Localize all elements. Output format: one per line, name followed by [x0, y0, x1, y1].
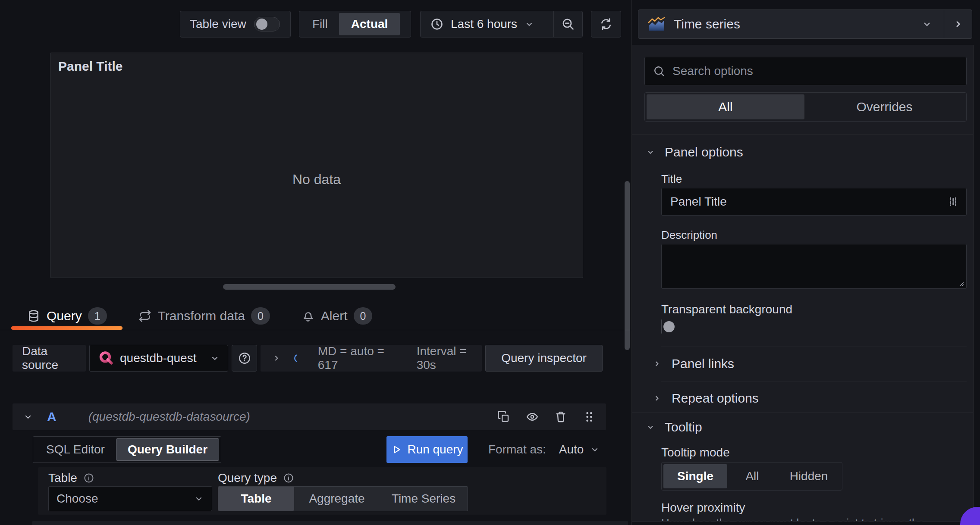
datasource-label: Data source [22, 344, 86, 372]
format-as-control: Format as: Auto [488, 436, 600, 463]
query-type-aggregate[interactable]: Aggregate [294, 487, 380, 511]
tab-transform-badge: 0 [251, 307, 270, 325]
bell-icon [301, 309, 315, 323]
format-as-select[interactable]: Auto [559, 443, 600, 456]
fill-option[interactable]: Fill [301, 13, 339, 35]
play-icon [391, 444, 402, 455]
panel-preview[interactable]: Panel Title No data [50, 53, 583, 278]
actual-option[interactable]: Actual [339, 13, 400, 35]
options-sidebar: Time series All Overrides [631, 0, 980, 525]
panel-links-header[interactable]: Panel links [653, 352, 734, 376]
datasource-picker[interactable]: questdb-quest [89, 345, 228, 372]
query-ref-id: A [47, 409, 57, 424]
datasource-label-chip: Data source [13, 345, 86, 372]
tab-all-label: All [718, 100, 732, 114]
chevron-down-icon [921, 19, 933, 30]
panel-title-input[interactable] [669, 188, 946, 216]
query-inspector-button[interactable]: Query inspector [485, 345, 603, 372]
query-builder-option[interactable]: Query Builder [116, 438, 219, 461]
viz-expand-button[interactable] [944, 10, 972, 38]
clock-icon [430, 17, 444, 31]
tooltip-mode-all-label: All [745, 469, 759, 483]
tooltip-mode-label: Tooltip mode [661, 446, 730, 459]
table-view-control: Table view [180, 11, 291, 38]
divider [661, 347, 967, 347]
tooltip-mode-all[interactable]: All [727, 464, 777, 488]
query-type-segmented: Table Aggregate Time Series [218, 486, 468, 511]
time-series-icon [647, 16, 666, 32]
table-view-label: Table view [190, 17, 246, 31]
panel-options-header[interactable]: Panel options [646, 141, 743, 163]
tab-transform[interactable]: Transform data 0 [122, 302, 286, 330]
tooltip-header[interactable]: Tooltip [646, 416, 702, 438]
datasource-help-button[interactable] [232, 345, 257, 372]
chevron-right-icon [272, 353, 281, 363]
query-builder-form: Table Choose Query type Table Aggregate [38, 467, 606, 515]
time-range-button[interactable]: Last 6 hours [421, 11, 553, 37]
tab-overrides-label: Overrides [856, 100, 912, 114]
variable-icon[interactable] [946, 196, 958, 208]
options-pane: All Overrides Panel options Title Descri… [632, 45, 974, 522]
chevron-down-icon [210, 353, 220, 363]
resize-icon[interactable] [955, 278, 965, 287]
tab-alert-label: Alert [321, 309, 348, 323]
query-type-time-series[interactable]: Time Series [380, 487, 468, 511]
query-datasource-hint: (questdb-questdb-datasource) [88, 410, 250, 424]
query-type-table-label: Table [241, 492, 271, 506]
table-select[interactable]: Choose [48, 486, 212, 511]
datasource-name: questdb-quest [120, 351, 210, 365]
time-range-label: Last 6 hours [451, 17, 517, 31]
zoom-out-button[interactable] [554, 11, 582, 37]
query-type-time-series-label: Time Series [392, 492, 455, 506]
sql-editor-option[interactable]: SQL Editor [35, 438, 116, 461]
zoom-out-icon [561, 17, 575, 31]
tab-query-label: Query [47, 309, 82, 323]
chevron-right-icon [653, 359, 661, 368]
query-inspector-label: Query inspector [501, 351, 587, 365]
tab-query[interactable]: Query 1 [11, 302, 122, 330]
query-type-table[interactable]: Table [218, 487, 294, 511]
tooltip-mode-single-label: Single [677, 469, 713, 483]
panel-options-heading: Panel options [665, 145, 743, 159]
tab-transform-label: Transform data [158, 309, 245, 323]
trash-icon[interactable] [554, 410, 567, 423]
title-field-label: Title [661, 172, 682, 186]
chevron-down-icon [23, 412, 33, 422]
chevron-down-icon [646, 422, 655, 432]
query-options-summary[interactable]: MD = auto = 617 Interval = 30s [261, 345, 482, 372]
table-field-label: Table [48, 471, 94, 485]
eye-icon[interactable] [526, 410, 539, 423]
horizontal-scrollbar[interactable] [223, 284, 396, 290]
questdb-logo [97, 350, 114, 366]
info-icon [283, 472, 294, 484]
time-range-picker: Last 6 hours [420, 11, 583, 38]
repeat-options-header[interactable]: Repeat options [653, 386, 759, 410]
divider [632, 134, 974, 135]
actual-label: Actual [351, 17, 388, 31]
title-input-wrap [661, 188, 967, 216]
description-textarea[interactable] [662, 244, 966, 288]
viz-picker-label: Time series [674, 17, 740, 31]
tab-all[interactable]: All [647, 94, 804, 119]
description-field-label: Description [661, 228, 717, 242]
chevron-down-icon [194, 494, 204, 504]
viz-picker: Time series [638, 9, 972, 39]
search-icon [653, 65, 666, 78]
description-textarea-wrap [661, 244, 967, 289]
query-builder-label: Query Builder [128, 443, 207, 456]
table-view-toggle[interactable] [254, 17, 280, 31]
drag-handle-icon[interactable] [583, 410, 596, 423]
viz-picker-button[interactable]: Time series [638, 10, 944, 38]
tooltip-mode-hidden[interactable]: Hidden [777, 464, 840, 488]
query-row-header[interactable]: A (questdb-questdb-datasource) [13, 403, 606, 430]
search-input[interactable] [672, 57, 958, 85]
tooltip-mode-single[interactable]: Single [663, 464, 727, 488]
refresh-button[interactable] [591, 11, 621, 38]
duplicate-icon[interactable] [497, 410, 510, 423]
options-search[interactable] [644, 57, 967, 85]
transparent-bg-toggle[interactable] [661, 319, 662, 334]
tab-overrides[interactable]: Overrides [804, 94, 964, 119]
fill-label: Fill [312, 17, 328, 31]
run-query-button[interactable]: Run query [386, 436, 468, 463]
tab-alert[interactable]: Alert 0 [286, 302, 388, 330]
